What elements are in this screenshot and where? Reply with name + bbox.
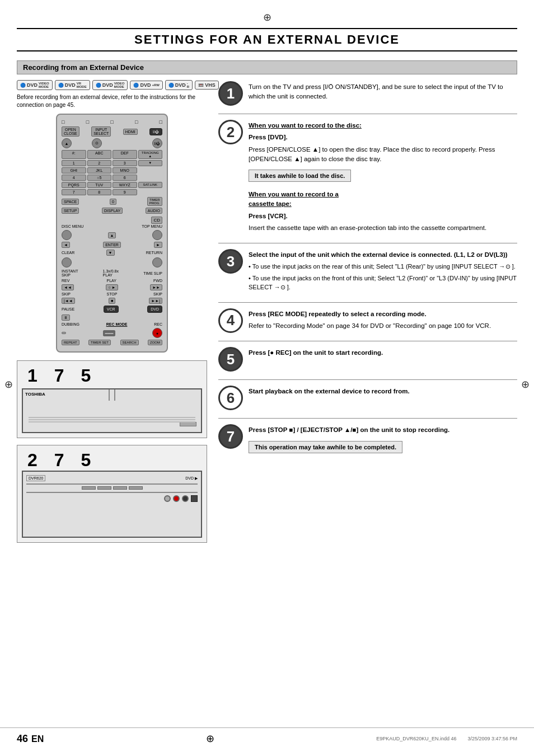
vcr-btn-4	[129, 486, 143, 490]
clear-down-return-row: CLEAR ▼ RETURN	[62, 250, 162, 256]
step-7: 7 Press [STOP ■] / [EJECT/STOP ▲/■] on t…	[218, 423, 517, 456]
step-2-disc-detail: Press [OPEN/CLOSE ▲] to open the disc tr…	[249, 145, 517, 165]
step-5-number: 5	[218, 347, 243, 372]
timer-prog-btn: TIMERPROG.	[147, 197, 162, 206]
tv-num-5: 5	[81, 365, 91, 386]
vcr-diagram: 2 7 5 DVR620 DVD ▶	[17, 445, 207, 543]
pause-label: PAUSE	[62, 307, 74, 311]
vcr-body: DVR620 DVD ▶	[22, 471, 202, 538]
cd-icon: CD	[62, 215, 162, 223]
setup-btn: SETUP	[62, 208, 79, 214]
pqrs-btn: PQRS	[62, 182, 86, 188]
step-2-cassette-detail: Insert the cassette tape with an erase-p…	[249, 223, 517, 233]
tv-diagram: 1 7 5 TOSHIBA	[17, 360, 207, 438]
vcr-num-7: 7	[54, 450, 64, 471]
step-6-number: 6	[218, 386, 243, 410]
num-def: DEF	[113, 150, 137, 159]
nav-middle-row: ◄ ENTER ►	[62, 242, 162, 248]
pause-row: PAUSE VCR DVD	[62, 306, 162, 313]
step-1-text: Turn on the TV and press [I/Ö ON/STANDBY…	[249, 82, 517, 102]
vcr-separator-2	[26, 492, 198, 493]
dvd-icon-1: 🔵DVDVIDEO MODE	[17, 80, 53, 90]
stop-btn: ■	[109, 298, 115, 304]
pause-btn: ⏸	[62, 314, 70, 321]
top-marker: ⊕	[17, 11, 517, 24]
divider-5	[218, 379, 517, 380]
rewind-btn: ◄◄	[62, 284, 74, 290]
footer-file: E9PKAUD_DVR620KU_EN.indd 46	[376, 736, 456, 741]
step-2-press-vcr: Press [VCR].	[249, 212, 517, 221]
port-3	[182, 495, 189, 502]
transport-btns: ◄◄ ○ ► ►►	[62, 284, 162, 290]
cable-2	[114, 389, 115, 401]
step-5-main: Press [● REC] on the unit to start recor…	[249, 348, 517, 358]
dvd-icon-3: 🔵DVDVIDEO MODE	[92, 80, 128, 90]
right-btn: ►	[154, 242, 162, 248]
num-1: 1	[62, 160, 86, 166]
page-number-group: 46 EN	[17, 733, 44, 745]
eject-btn: ▲	[62, 138, 72, 148]
step-3-content: Select the input of the unit which the e…	[249, 248, 517, 294]
tuv-btn: TUV	[87, 182, 112, 188]
vhs-icon: 📼VHS	[195, 81, 219, 90]
remote-diagram: □ □ □ □ □ OPENCLOSE INPUTSELECT HDMI I/⏻…	[56, 114, 168, 353]
up-btn: ▲	[108, 232, 116, 238]
step-6-content: Start playback on the external device to…	[249, 384, 517, 398]
skip-back-label: SKIP	[62, 292, 71, 296]
dvd-icon-5: 🔵DVD-R	[165, 80, 193, 90]
repeat-btn: REPEAT	[62, 340, 79, 345]
step-2-disc-underline: When you want to record to the disc:	[249, 122, 362, 129]
vcr-dvd-label: DVD ▶	[185, 476, 198, 481]
play-speed-label: 1.3x/0.8xPLAY	[103, 269, 119, 277]
left-btn: ◄	[62, 242, 70, 248]
step-2-number: 2	[218, 120, 243, 144]
tv-num-7: 7	[54, 365, 64, 386]
step-2-dvd-bold: Press [DVD].	[249, 134, 288, 140]
step-2-cassette-heading: When you want to record to acassette tap…	[249, 190, 517, 209]
jkl-btn: JKL	[87, 167, 112, 173]
skip-stop-row: SKIP STOP SKIP	[62, 292, 162, 296]
page-title: SETTINGS FOR AN EXTERNAL DEVICE	[17, 28, 517, 51]
left-margin-marker: ⊕	[4, 378, 13, 391]
ffwd-btn: ►►	[150, 284, 162, 290]
right-margin-marker: ⊕	[521, 378, 530, 391]
page-number: 46	[17, 733, 28, 745]
input-select-label: INPUTSELECT	[91, 126, 111, 137]
rec-btn: ●	[152, 328, 162, 338]
num-abc: ABC	[87, 150, 112, 159]
step-3: 3 Select the input of the unit which the…	[218, 248, 517, 294]
footer-bottom-marker: ⊕	[206, 732, 214, 745]
remote-row-1: OPENCLOSE INPUTSELECT HDMI I/⏻	[62, 126, 162, 137]
remote-space-row: SPACE 0 TIMERPROG.	[62, 197, 162, 206]
tv-cables	[109, 389, 115, 401]
skip-fwd-btn: ►►|	[149, 298, 162, 304]
cable-1	[109, 389, 110, 401]
scan-line-2	[29, 419, 195, 420]
cd-btn: CD	[151, 217, 162, 224]
right-column: 1 Turn on the TV and press [I/Ö ON/STAND…	[218, 80, 517, 464]
divider-2	[218, 243, 517, 243]
dubbing-btn	[62, 332, 66, 334]
step-7-number: 7	[218, 424, 243, 449]
vcr-num-5: 5	[81, 450, 91, 471]
dvd-icon-2: 🔵DVDVR MODE	[55, 80, 90, 90]
num-4: 4	[62, 175, 86, 181]
rec-mode-btn: ═══	[103, 330, 116, 336]
fwd-label: FWD	[153, 279, 162, 283]
vcr-model: DVR620	[26, 475, 45, 481]
left-column: 🔵DVDVIDEO MODE 🔵DVDVR MODE 🔵DVDVIDEO MOD…	[17, 80, 207, 550]
page-footer: 46 EN ⊕ E9PKAUD_DVR620KU_EN.indd 46 3/25…	[0, 727, 534, 745]
vcr-buttons-area	[26, 486, 198, 490]
toshiba-label: TOSHIBA	[25, 392, 45, 397]
divider-3	[218, 302, 517, 303]
divider-6	[218, 418, 517, 419]
scan-lines	[29, 416, 195, 424]
mno-btn: MNO	[113, 167, 137, 173]
remote-row-2: ▲ ⊙ I/⏻	[62, 138, 162, 148]
port-4	[191, 495, 198, 502]
disc-menu-label: DISC MENU	[62, 224, 83, 228]
timer-set-btn: TIMER SET	[88, 340, 111, 345]
skip-stop-btns: |◄◄ ■ ►►|	[62, 298, 162, 304]
num-hash: #:	[62, 150, 86, 159]
step-7-info-box: This operation may take awhile to be com…	[249, 441, 402, 453]
